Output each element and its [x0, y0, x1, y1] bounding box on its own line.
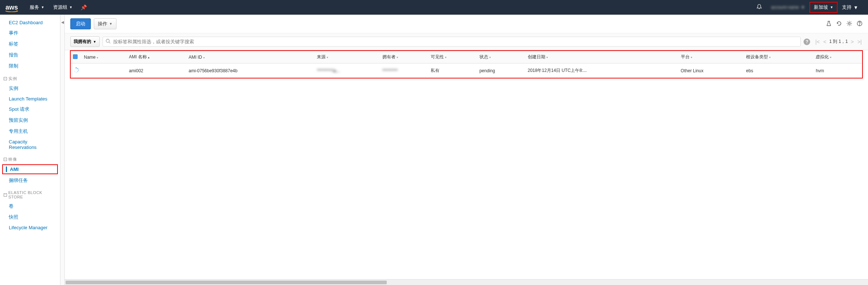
svg-point-3	[106, 39, 110, 43]
nav-account[interactable]: account-name▼	[767, 5, 809, 10]
sidebar-item-reports[interactable]: 报告	[0, 50, 60, 61]
select-all-checkbox[interactable]	[73, 54, 78, 59]
sidebar-splitter[interactable]: ◀	[60, 15, 65, 285]
svg-point-6	[78, 70, 79, 71]
svg-point-7	[77, 71, 78, 72]
page-next-icon[interactable]: >	[850, 39, 854, 45]
col-name[interactable]: Name▾	[82, 51, 127, 63]
col-status[interactable]: 状态▾	[477, 51, 526, 63]
svg-point-10	[74, 70, 74, 70]
svg-point-2	[859, 25, 860, 25]
sidebar-section-instances[interactable]: −实例	[0, 74, 60, 83]
col-ami-id[interactable]: AMI ID▾	[186, 51, 315, 63]
page-last-icon[interactable]: >|	[857, 39, 863, 45]
col-virtualization[interactable]: 虚拟化▾	[813, 51, 862, 63]
cell-platform: Other Linux	[679, 63, 744, 78]
launch-button[interactable]: 启动	[70, 18, 91, 29]
cell-status: pending	[477, 63, 526, 78]
cell-name	[82, 63, 127, 78]
notifications-icon[interactable]	[752, 4, 767, 11]
sidebar-section-images[interactable]: −映像	[0, 154, 60, 164]
ami-table: Name▾ AMI 名称▴ AMI ID▾ 来源▾ 拥有者▾ 可见性▾ 状态▾ …	[71, 51, 862, 78]
help-icon[interactable]	[857, 21, 863, 28]
svg-point-4	[76, 67, 77, 69]
sidebar-item-ami[interactable]: AMI	[2, 164, 58, 174]
actions-button[interactable]: 操作▼	[94, 18, 116, 29]
sidebar-item-limits[interactable]: 限制	[0, 61, 60, 72]
nav-resource-groups[interactable]: 资源组▼	[49, 4, 77, 11]
sidebar-item-reserved[interactable]: 预留实例	[0, 115, 60, 126]
col-ami-name[interactable]: AMI 名称▴	[127, 51, 186, 63]
nav-services[interactable]: 服务▼	[25, 4, 49, 11]
sidebar-item-spot[interactable]: Spot 请求	[0, 104, 60, 115]
cell-root-device: ebs	[744, 63, 813, 78]
owner-filter-button[interactable]: 我拥有的▼	[70, 36, 100, 47]
cell-source: *********/a...	[315, 63, 380, 78]
svg-point-8	[76, 72, 77, 73]
global-header: aws 服务▼ 资源组▼ 📌 account-name▼ 新加坡▼ 支持▼	[0, 0, 868, 15]
main-content: 启动 操作▼ 我拥有的▼	[65, 15, 868, 285]
sidebar-item-volumes[interactable]: 卷	[0, 201, 60, 212]
sidebar-item-dashboard[interactable]: EC2 Dashboard	[0, 18, 60, 28]
refresh-icon[interactable]	[836, 21, 842, 28]
col-root-device[interactable]: 根设备类型▾	[744, 51, 813, 63]
cell-ami-name: ami002	[127, 63, 186, 78]
filter-help-icon[interactable]: ?	[804, 39, 810, 45]
cell-owner: *********	[380, 63, 429, 78]
page-prev-icon[interactable]: <	[823, 39, 827, 45]
sidebar-item-lifecycle[interactable]: Lifecycle Manager	[0, 223, 60, 233]
horizontal-scrollbar[interactable]	[65, 279, 868, 285]
experiment-icon[interactable]	[826, 21, 832, 28]
sidebar-item-launch-templates[interactable]: Launch Templates	[0, 94, 60, 104]
nav-region[interactable]: 新加坡▼	[809, 2, 838, 13]
ami-table-container: Name▾ AMI 名称▴ AMI ID▾ 来源▾ 拥有者▾ 可见性▾ 状态▾ …	[70, 50, 863, 78]
aws-logo[interactable]: aws	[5, 4, 18, 11]
sidebar-item-tags[interactable]: 标签	[0, 39, 60, 50]
loading-spinner-icon	[73, 67, 79, 73]
cell-ami-id: ami-0756be930f3887e4b	[186, 63, 315, 78]
svg-point-11	[74, 68, 75, 69]
sidebar-item-snapshots[interactable]: 快照	[0, 212, 60, 223]
col-visibility[interactable]: 可见性▾	[429, 51, 477, 63]
pagination: |< < 1 到 1，1 > >|	[815, 39, 863, 45]
sidebar-item-dedicated[interactable]: 专用主机	[0, 126, 60, 137]
sidebar-item-capacity[interactable]: Capacity Reservations	[0, 137, 60, 152]
settings-icon[interactable]	[846, 21, 852, 28]
cell-virtualization: hvm	[813, 63, 862, 78]
cell-created: 2018年12月14日 UTC上午8:...	[526, 63, 679, 78]
nav-support[interactable]: 支持▼	[838, 4, 863, 11]
page-text: 1 到 1，1	[829, 39, 848, 45]
svg-point-0	[849, 22, 850, 24]
col-source[interactable]: 来源▾	[315, 51, 380, 63]
sidebar-item-instances[interactable]: 实例	[0, 83, 60, 94]
col-owner[interactable]: 拥有者▾	[380, 51, 429, 63]
cell-visibility: 私有	[429, 63, 477, 78]
sidebar-item-events[interactable]: 事件	[0, 28, 60, 39]
sidebar: EC2 Dashboard 事件 标签 报告 限制 −实例 实例 Launch …	[0, 15, 60, 285]
pin-icon[interactable]: 📌	[81, 4, 87, 10]
filter-bar: 我拥有的▼ ? |< < 1 到 1，1 > >|	[65, 33, 868, 50]
col-platform[interactable]: 平台▾	[679, 51, 744, 63]
svg-point-9	[74, 71, 75, 72]
sidebar-section-ebs[interactable]: −ELASTIC BLOCK STORE	[0, 188, 60, 201]
table-row[interactable]: ami002 ami-0756be930f3887e4b *********/a…	[71, 63, 862, 78]
search-icon	[105, 39, 111, 45]
svg-point-5	[77, 68, 78, 69]
search-input[interactable]	[103, 37, 801, 47]
toolbar: 启动 操作▼	[65, 15, 868, 33]
sidebar-item-bundle[interactable]: 捆绑任务	[0, 175, 60, 186]
col-created[interactable]: 创建日期▾	[526, 51, 679, 63]
page-first-icon[interactable]: |<	[815, 39, 820, 45]
